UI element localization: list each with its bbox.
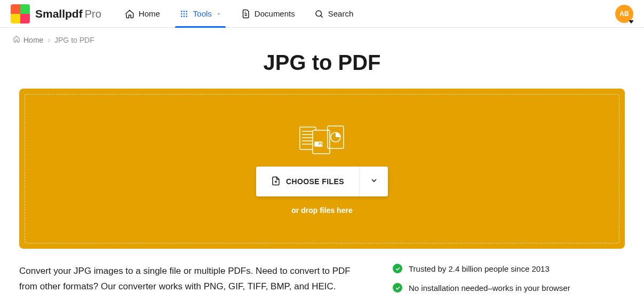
svg-point-2 xyxy=(186,11,187,12)
info-section: Convert your JPG images to a single file… xyxy=(0,249,644,295)
benefit-item: Trusted by 2.4 billion people since 2013 xyxy=(393,264,585,273)
brand-text: Smallpdf Pro xyxy=(35,7,101,20)
chevron-down-icon xyxy=(370,176,378,187)
benefit-item: No installation needed–works in your bro… xyxy=(393,283,585,293)
choose-files-group: CHOOSE FILES xyxy=(256,167,388,196)
search-icon xyxy=(314,9,324,19)
svg-point-6 xyxy=(181,15,182,17)
nav-documents-label: Documents xyxy=(255,9,295,18)
svg-point-8 xyxy=(186,15,187,17)
svg-point-7 xyxy=(183,15,185,17)
choose-files-dropdown[interactable] xyxy=(359,167,388,196)
home-icon xyxy=(13,35,20,44)
brand-name: Smallpdf xyxy=(35,7,83,20)
breadcrumb: Home › JPG to PDF xyxy=(0,28,644,49)
svg-point-9 xyxy=(316,11,322,17)
breadcrumb-separator: › xyxy=(47,36,50,44)
logo-icon xyxy=(11,4,30,23)
choose-files-label: CHOOSE FILES xyxy=(286,177,344,186)
grid-icon xyxy=(179,9,189,19)
benefit-text: Trusted by 2.4 billion people since 2013 xyxy=(409,264,550,273)
avatar[interactable]: AB xyxy=(615,5,633,23)
nav-search-label: Search xyxy=(328,9,354,18)
svg-point-5 xyxy=(186,13,187,14)
brand-suffix: Pro xyxy=(85,8,101,20)
nav-home[interactable]: Home xyxy=(115,0,170,27)
nav-home-label: Home xyxy=(139,9,160,18)
svg-point-4 xyxy=(183,13,185,14)
svg-point-1 xyxy=(183,11,185,12)
description-text: Convert your JPG images to a single file… xyxy=(19,264,361,295)
breadcrumb-home-label: Home xyxy=(23,36,43,44)
file-add-icon xyxy=(271,176,281,188)
page-title: JPG to PDF xyxy=(0,51,644,75)
chevron-down-icon xyxy=(216,9,221,18)
home-icon xyxy=(125,9,134,19)
drop-hint: or drop files here xyxy=(291,206,352,215)
nav-tools[interactable]: Tools xyxy=(170,0,231,27)
benefits-list: Trusted by 2.4 billion people since 2013… xyxy=(393,264,585,295)
header: Smallpdf Pro Home Tools Documents xyxy=(0,0,644,28)
svg-point-3 xyxy=(181,13,182,14)
dropzone[interactable]: PDF CHOOSE FILES or drop files here xyxy=(19,89,625,249)
svg-text:PDF: PDF xyxy=(319,142,327,146)
dropzone-inner: PDF CHOOSE FILES or drop files here xyxy=(25,94,619,243)
nav-tools-label: Tools xyxy=(193,9,212,18)
benefit-text: No installation needed–works in your bro… xyxy=(409,283,570,293)
avatar-initials: AB xyxy=(619,10,629,18)
documents-icon xyxy=(241,9,250,19)
nav-documents[interactable]: Documents xyxy=(231,0,305,27)
files-illustration-icon: PDF xyxy=(296,123,349,157)
brand-block[interactable]: Smallpdf Pro xyxy=(11,4,101,23)
breadcrumb-current: JPG to PDF xyxy=(54,36,94,44)
choose-files-button[interactable]: CHOOSE FILES xyxy=(256,167,359,196)
breadcrumb-home[interactable]: Home xyxy=(13,35,43,44)
nav-search[interactable]: Search xyxy=(305,0,363,27)
check-circle-icon xyxy=(393,264,402,273)
primary-nav: Home Tools Documents Search xyxy=(115,0,363,27)
svg-point-0 xyxy=(181,11,182,12)
check-circle-icon xyxy=(393,283,402,293)
